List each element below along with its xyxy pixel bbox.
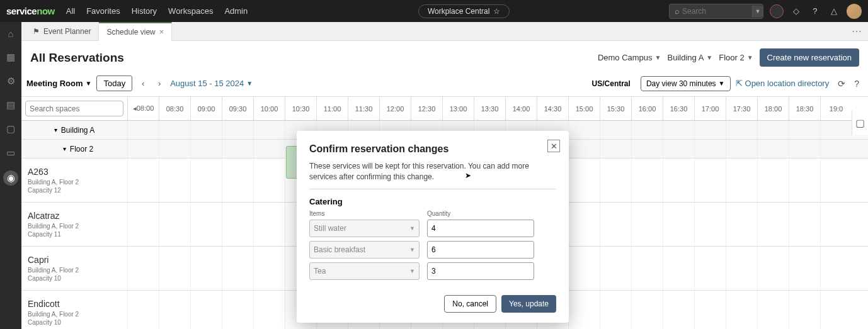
catering-item-select[interactable]: Basic breakfast▼	[309, 241, 420, 259]
close-icon[interactable]: ✕	[547, 140, 560, 152]
quantity-column-label: Quantity	[427, 210, 534, 217]
catering-quantity-input[interactable]	[427, 241, 534, 259]
catering-item-select[interactable]: Tea▼	[309, 262, 420, 280]
catering-item-select[interactable]: Still water▼	[309, 220, 420, 237]
catering-quantity-input[interactable]	[427, 262, 534, 280]
confirm-button[interactable]: Yes, update	[501, 295, 556, 313]
catering-quantity-input[interactable]	[427, 220, 534, 237]
cancel-button[interactable]: No, cancel	[444, 295, 496, 313]
modal-title: Confirm reservation changes	[309, 143, 556, 155]
items-column-label: Items	[309, 210, 420, 217]
modal-description: These services will be kept for this res…	[309, 161, 556, 189]
modal-section-title: Catering	[309, 197, 556, 206]
confirm-reservation-modal: ✕ Confirm reservation changes These serv…	[297, 131, 569, 323]
